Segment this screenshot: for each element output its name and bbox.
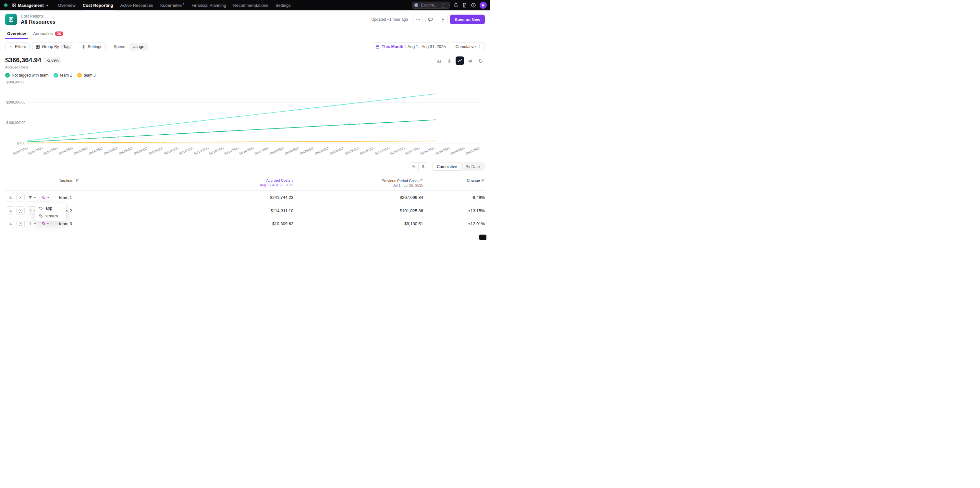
tag-icon bbox=[41, 222, 46, 226]
svg-text:08/24/2025: 08/24/2025 bbox=[360, 146, 375, 156]
document-icon bbox=[462, 3, 467, 8]
column-header-group[interactable]: Tag:team bbox=[57, 178, 189, 182]
notification-dot bbox=[183, 3, 184, 5]
svg-text:08/27/2025: 08/27/2025 bbox=[405, 146, 420, 156]
nav-item-settings[interactable]: Settings bbox=[272, 0, 294, 10]
row-chart-button[interactable] bbox=[6, 207, 14, 215]
help-button[interactable] bbox=[471, 3, 476, 8]
row-change: -9.49% bbox=[423, 195, 485, 200]
tag-menu-item-stream[interactable]: stream bbox=[37, 212, 65, 220]
row-chart-button[interactable] bbox=[6, 193, 14, 202]
user-avatar[interactable]: R bbox=[480, 2, 487, 9]
group-column-label: Tag:team bbox=[59, 178, 74, 182]
svg-text:08/20/2025: 08/20/2025 bbox=[299, 146, 315, 156]
line-chart-icon bbox=[458, 59, 462, 63]
pie-chart-button[interactable] bbox=[476, 56, 485, 65]
spend-toggle[interactable]: Spend bbox=[110, 43, 129, 51]
row-group-name[interactable]: team 3 bbox=[57, 221, 189, 226]
bar-chart-icon bbox=[8, 196, 12, 200]
filters-button[interactable]: Filters bbox=[5, 42, 30, 51]
column-header-previous[interactable]: Previous Period Costs Jul 1 - Jul 28, 20… bbox=[293, 178, 423, 187]
nav-item-overview[interactable]: Overview bbox=[54, 0, 79, 10]
row-tag-dropdown[interactable] bbox=[40, 193, 51, 202]
nav-item-financial-planning[interactable]: Financial Planning bbox=[188, 0, 229, 10]
cost-chart[interactable]: $0.00$100,000.00$200,000.00$300,000.0008… bbox=[5, 79, 485, 156]
tab-anomalies[interactable]: Anomalies 26 bbox=[31, 29, 65, 39]
bar-chart-icon bbox=[8, 209, 12, 213]
row-focus-button[interactable] bbox=[16, 193, 25, 202]
nav-item-cost-reporting[interactable]: Cost Reporting bbox=[79, 0, 117, 10]
metric-row: $366,364.94 -2.89% Accrued Costs bbox=[0, 54, 490, 69]
report-tabs: Overview Anomalies 26 bbox=[0, 29, 490, 39]
date-range-button[interactable]: This Month Aug 1 - Aug 31, 2025 bbox=[372, 42, 449, 51]
nav-item-kubernetes[interactable]: Kubernetes bbox=[157, 0, 188, 10]
check-circle-icon: ✓ bbox=[5, 73, 10, 78]
grouped-bar-chart-button[interactable] bbox=[435, 56, 443, 65]
widget-button[interactable] bbox=[479, 235, 487, 240]
notifications-button[interactable] bbox=[453, 3, 458, 8]
row-focus-button[interactable] bbox=[16, 220, 25, 228]
explore-search[interactable]: / bbox=[412, 2, 450, 9]
row-chart-button[interactable] bbox=[6, 220, 14, 228]
table-row: team 2 $114,311.10 $101,025.86 +13.15% bbox=[5, 204, 485, 217]
filter-lines-icon bbox=[28, 196, 32, 200]
nav-item-active-resources[interactable]: Active Resources bbox=[117, 0, 157, 10]
legend-item-team-1[interactable]: ✓ team 1 bbox=[54, 73, 72, 78]
percent-toggle[interactable]: % bbox=[409, 162, 418, 171]
previous-column-label: Previous Period Costs bbox=[382, 178, 423, 183]
cumulative-toggle[interactable]: Cumulative bbox=[433, 163, 461, 171]
chevron-down-icon bbox=[47, 222, 50, 225]
more-actions-button[interactable] bbox=[413, 14, 423, 24]
tag-menu-item-app[interactable]: app bbox=[37, 204, 65, 212]
svg-text:08/04/2025: 08/04/2025 bbox=[58, 146, 73, 156]
breadcrumb[interactable]: Cost Reports bbox=[21, 14, 56, 19]
row-group-name[interactable]: team 1 bbox=[57, 195, 189, 200]
accrued-column-subtitle: Aug 1 - Aug 28, 2025 bbox=[260, 183, 293, 187]
row-controls: app stream bbox=[5, 193, 57, 202]
tag-menu-label: app bbox=[45, 206, 52, 211]
page-header: Cost Reports All Resources Updated ~1 ho… bbox=[0, 10, 490, 29]
legend-item-team-3[interactable]: ✓ team 3 bbox=[77, 73, 96, 78]
area-chart-button[interactable] bbox=[466, 56, 474, 65]
bar-chart-icon bbox=[447, 59, 452, 63]
chart-area[interactable]: $0.00$100,000.00$200,000.00$300,000.0008… bbox=[0, 78, 490, 158]
usage-toggle[interactable]: Usage bbox=[129, 43, 148, 51]
workspace-switcher[interactable]: Management bbox=[12, 3, 49, 8]
table-row: team 3 $10,309.62 $9,130.51 +12.91% bbox=[5, 217, 485, 230]
tag-dropdown-menu: app stream bbox=[35, 203, 67, 222]
settings-button[interactable]: Settings bbox=[78, 42, 106, 51]
gear-icon bbox=[81, 45, 86, 49]
tag-menu-label: stream bbox=[45, 214, 58, 218]
by-date-toggle[interactable]: By Date bbox=[461, 163, 484, 171]
aggregation-select[interactable]: Cumulative bbox=[452, 42, 485, 51]
row-group-name[interactable]: team 2 bbox=[57, 208, 189, 213]
svg-text:08/13/2025: 08/13/2025 bbox=[194, 146, 209, 156]
dollar-toggle[interactable]: $ bbox=[418, 162, 428, 171]
docs-button[interactable] bbox=[462, 3, 467, 8]
row-previous-cost: $101,025.86 bbox=[293, 208, 423, 213]
line-chart-button[interactable] bbox=[456, 56, 464, 65]
vantage-logo-icon[interactable] bbox=[3, 3, 8, 8]
check-circle-icon: ✓ bbox=[54, 73, 58, 78]
row-focus-button[interactable] bbox=[16, 207, 25, 215]
sort-icon bbox=[481, 179, 485, 182]
bar-chart-icon bbox=[8, 222, 12, 226]
report-icon bbox=[5, 14, 17, 25]
download-button[interactable] bbox=[438, 14, 447, 24]
toolbar-right: This Month Aug 1 - Aug 31, 2025 Cumulati… bbox=[372, 42, 485, 51]
tab-overview[interactable]: Overview bbox=[5, 29, 28, 39]
save-as-new-button[interactable]: Save as New bbox=[450, 14, 485, 24]
legend-item-not-tagged[interactable]: ✓ Not tagged with team bbox=[5, 73, 48, 78]
row-filter-dropdown[interactable] bbox=[27, 193, 38, 202]
focus-icon bbox=[19, 222, 23, 226]
feedback-button[interactable] bbox=[425, 14, 435, 24]
group-by-button[interactable]: Group By Tag bbox=[32, 42, 75, 51]
group-by-value-chip[interactable]: Tag bbox=[61, 44, 72, 49]
search-input[interactable] bbox=[420, 3, 439, 8]
date-range-label: Aug 1 - Aug 31, 2025 bbox=[407, 45, 445, 49]
column-header-change[interactable]: Change bbox=[423, 178, 485, 182]
nav-item-recommendations[interactable]: Recommendations bbox=[229, 0, 272, 10]
bar-chart-button[interactable] bbox=[445, 56, 453, 65]
column-header-accrued[interactable]: Accrued Costs ↓ Aug 1 - Aug 28, 2025 bbox=[189, 178, 293, 187]
report-toolbar: Filters Group By Tag Settings Spend Usag… bbox=[0, 39, 490, 54]
